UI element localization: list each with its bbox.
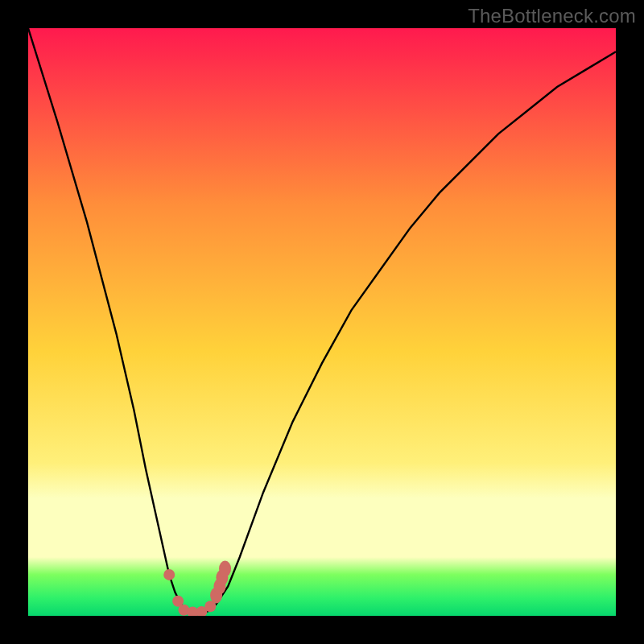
plot-area — [28, 28, 616, 616]
curve-marker — [219, 561, 231, 577]
bottleneck-curve — [28, 28, 616, 616]
watermark-text: TheBottleneck.com — [468, 5, 636, 27]
chart-frame: TheBottleneck.com — [0, 0, 644, 644]
curve-marker — [163, 569, 175, 580]
